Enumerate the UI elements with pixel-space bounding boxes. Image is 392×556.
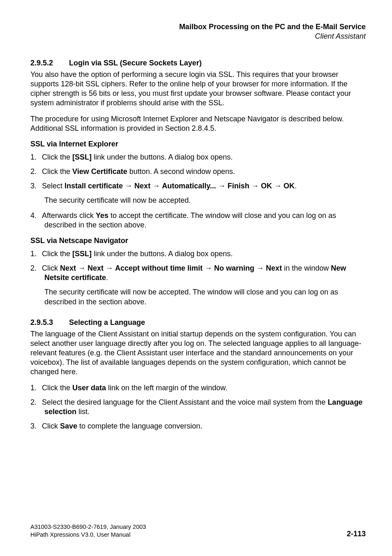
section-number: 2.9.5.2 [30, 59, 69, 67]
ui-label-next: Next [266, 264, 282, 272]
ui-label-no-warning: No warning [214, 264, 254, 272]
section-number: 2.9.5.3 [30, 318, 69, 327]
list-subtext: The security certificate will now be acc… [44, 287, 366, 306]
list-item: 2.Click the View Certificate button. A s… [30, 167, 366, 176]
ui-label-install-certificate: Install certificate [65, 182, 123, 190]
ui-label-ok: OK [261, 182, 272, 190]
running-header-subtitle: Client Assistant [30, 32, 366, 41]
list-item: 2.Click Next → Next → Accept without tim… [30, 264, 366, 283]
list-number: 1. [30, 153, 42, 162]
list-item: 1.Click the [SSL] link under the buttons… [30, 249, 366, 259]
body-paragraph: You also have the option of performing a… [30, 70, 366, 108]
page-footer: A31003-S2330-B690-2-7619, January 2003 H… [30, 523, 366, 539]
footer-line-1: A31003-S2330-B690-2-7619, January 2003 [30, 523, 366, 531]
list-text: . [106, 273, 108, 282]
arrow-icon: → [272, 182, 284, 190]
ui-label-next: Next [60, 264, 76, 272]
ui-label-view-certificate: View Certificate [72, 167, 127, 176]
ui-label-finish: Finish [228, 182, 249, 190]
list-text: link on the left margin of the window. [106, 384, 227, 392]
list-text: button. A second window opens. [127, 167, 235, 176]
arrow-icon: → [76, 264, 88, 272]
list-text: . [295, 182, 297, 190]
arrow-icon: → [249, 182, 261, 190]
list-text: Click [42, 422, 60, 430]
list-item: 3.Click Save to complete the language co… [30, 422, 366, 431]
list-item: 1.Click the [SSL] link under the buttons… [30, 153, 366, 162]
list-number: 4. [30, 211, 42, 220]
arrow-icon: → [203, 264, 214, 272]
list-text: Afterwards click [42, 211, 96, 220]
ui-label-automatically: Automatically... [162, 182, 216, 190]
ui-label-user-data: User data [72, 384, 106, 392]
arrow-icon: → [216, 182, 228, 190]
list-item: 3.Select Install certificate → Next → Au… [30, 181, 366, 191]
body-paragraph: The language of the Client Assistant on … [30, 329, 366, 377]
arrow-icon: → [123, 182, 134, 190]
list-text: Click the [42, 167, 72, 176]
list-item: 2.Select the desired language for the Cl… [30, 398, 366, 417]
list-text: Click the [42, 153, 72, 161]
footer-line-2: HiPath Xpressions V3.0, User Manual [30, 531, 366, 539]
ordered-list-ssl-ie: 1.Click the [SSL] link under the buttons… [30, 153, 366, 191]
ordered-list-ssl-ie-cont: 4.Afterwards click Yes to accept the cer… [30, 211, 366, 230]
list-text: Click [42, 264, 60, 272]
ui-label-next: Next [134, 182, 150, 190]
list-item: 1.Click the User data link on the left m… [30, 383, 366, 393]
list-number: 2. [30, 264, 42, 273]
ui-label-save: Save [60, 422, 77, 430]
list-text: Click the [42, 384, 72, 392]
list-subtext: The security certificate will now be acc… [44, 196, 366, 205]
ui-label-yes: Yes [96, 211, 108, 220]
subsection-heading-ssl-nn: SSL via Netscape Navigator [30, 236, 366, 245]
list-number: 1. [30, 383, 42, 393]
ui-label-ssl: [SSL] [72, 153, 92, 161]
list-text: list. [76, 408, 90, 416]
section-title: Selecting a Language [69, 318, 145, 327]
ui-label-ok: OK [284, 182, 295, 190]
running-header-title: Mailbox Processing on the PC and the E-M… [30, 22, 366, 32]
list-number: 2. [30, 398, 42, 407]
subsection-heading-ssl-ie: SSL via Internet Explorer [30, 140, 366, 148]
list-number: 2. [30, 167, 42, 176]
list-text: to complete the language conversion. [77, 422, 202, 430]
ordered-list-language: 1.Click the User data link on the left m… [30, 383, 366, 431]
section-heading-2953: 2.9.5.3Selecting a Language [30, 318, 366, 327]
list-text: Click the [42, 250, 72, 258]
arrow-icon: → [150, 182, 162, 190]
ui-label-ssl: [SSL] [72, 250, 92, 258]
ui-label-accept-without-time-limit: Accept without time limit [115, 264, 203, 272]
list-text: link under the buttons. A dialog box ope… [92, 153, 233, 161]
list-text: link under the buttons. A dialog box ope… [92, 250, 233, 258]
list-text: Select [42, 182, 65, 190]
list-number: 3. [30, 422, 42, 431]
running-header: Mailbox Processing on the PC and the E-M… [30, 22, 366, 41]
page-number: 2-113 [347, 529, 366, 539]
section-heading-2952: 2.9.5.2Login via SSL (Secure Sockets Lay… [30, 59, 366, 67]
body-paragraph: The procedure for using Microsoft Intern… [30, 114, 366, 133]
arrow-icon: → [254, 264, 266, 272]
section-title: Login via SSL (Secure Sockets Layer) [69, 59, 202, 67]
list-number: 1. [30, 249, 42, 259]
list-text: Select the desired language for the Clie… [42, 398, 327, 406]
ordered-list-ssl-nn: 1.Click the [SSL] link under the buttons… [30, 249, 366, 283]
ui-label-next: Next [88, 264, 104, 272]
list-text: in the window [282, 264, 331, 272]
list-number: 3. [30, 181, 42, 191]
arrow-icon: → [104, 264, 115, 272]
list-item: 4.Afterwards click Yes to accept the cer… [30, 211, 366, 230]
